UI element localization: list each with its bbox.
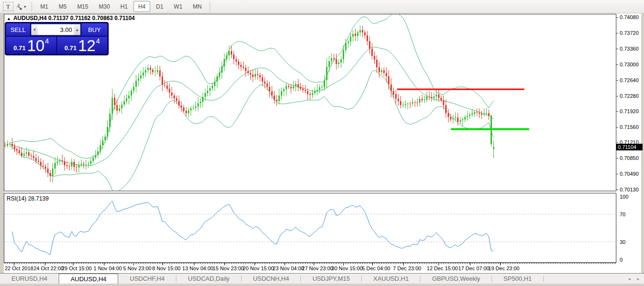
volume-input[interactable] <box>38 24 74 35</box>
panel-toggle-icon[interactable]: ▲ <box>7 16 11 21</box>
time-axis-label: 5 Dec 04:00 <box>362 265 390 271</box>
volume-stepper: ▼ ▲ <box>31 24 81 35</box>
price-tick <box>616 174 618 174</box>
chart-tab-bar: EURUSD,H4AUDUSD,H4USDCHF,H4USDCAD,DailyU… <box>0 274 644 284</box>
buy-price-pip: 4 <box>96 37 100 45</box>
text-tool-button[interactable]: T <box>3 2 13 11</box>
tab-eurusd-h4[interactable]: EURUSD,H4 <box>0 274 59 284</box>
price-axis-label: 0.71560 <box>620 124 639 130</box>
timeframe-toolbar: M1M5M15M30H1H4D1W1MN <box>35 1 207 12</box>
time-axis-label: 7 Dec 23:00 <box>393 265 421 271</box>
time-axis-label: 13 Nov 04:00 <box>182 265 213 271</box>
time-axis-label: 27 Nov 23:00 <box>302 265 333 271</box>
tab-usdcnh-h4[interactable]: USDCNH,H4 <box>242 274 301 284</box>
time-axis-label: 23 Nov 04:00 <box>273 265 304 271</box>
time-axis-label: 29 Oct 15:00 <box>62 265 92 271</box>
price-tick <box>616 142 618 143</box>
toolbar-separator <box>210 1 210 12</box>
time-axis-label: 20 Nov 15:00 <box>243 265 274 271</box>
price-tick <box>616 33 618 33</box>
price-axis-label: 0.71210 <box>620 139 639 145</box>
price-axis-label: 0.73000 <box>620 62 639 67</box>
rsi-indicator-pane[interactable] <box>4 193 616 263</box>
price-tick <box>616 96 618 96</box>
time-axis-label: 8 Nov 15:00 <box>152 265 180 271</box>
sell-price-big: 10 <box>27 39 45 53</box>
time-axis-label: 1 Nov 04:00 <box>93 265 122 271</box>
timeframe-button-w1[interactable]: W1 <box>169 1 187 12</box>
tab-xauusd-h1[interactable]: XAUUSD,H1 <box>362 274 420 284</box>
time-axis-label: 19 Dec 23:00 <box>488 265 519 271</box>
time-axis-label: 24 Oct 22:00 <box>34 265 64 271</box>
timeframe-button-m30[interactable]: M30 <box>94 1 114 12</box>
time-axis-label: 22 Oct 2018 <box>5 265 33 271</box>
tab-gbpusd-weekly[interactable]: GBPUSD,Weekly <box>420 274 491 284</box>
rsi-pane-frame <box>4 193 616 263</box>
chart-symbol-title: ▲AUDUSD,H4 0.71137 0.71162 0.70863 0.711… <box>7 15 135 21</box>
tab-usdcad-daily[interactable]: USDCAD,Daily <box>176 274 241 284</box>
tab-usdchf-h4[interactable]: USDCHF,H4 <box>118 274 176 284</box>
window-bottom-strip <box>0 284 644 286</box>
price-axis-label: 0.70850 <box>620 155 639 161</box>
rsi-axis-label: 100 <box>620 194 628 200</box>
chevron-down-icon[interactable]: ▾ <box>24 4 26 9</box>
timeframe-button-d1[interactable]: D1 <box>151 1 168 12</box>
price-axis-label: 0.72640 <box>620 77 639 83</box>
price-axis-label: 0.74080 <box>620 14 639 20</box>
buy-price-big: 12 <box>78 39 96 53</box>
buy-quote[interactable]: 0.71 12 4 <box>57 37 107 54</box>
sell-price-prefix: 0.71 <box>13 44 25 52</box>
price-tick <box>616 64 618 65</box>
timeframe-button-h1[interactable]: H1 <box>116 1 133 12</box>
timeframe-button-m1[interactable]: M1 <box>36 1 53 12</box>
buy-price-prefix: 0.71 <box>64 44 76 52</box>
price-axis-label: 0.71920 <box>620 108 639 114</box>
price-tick <box>616 17 618 18</box>
time-axis-label: 15 Nov 23:00 <box>213 265 244 271</box>
price-tick <box>616 80 618 81</box>
volume-increase-button[interactable]: ▲ <box>74 24 80 35</box>
tab-separator <box>543 276 544 282</box>
price-tick <box>616 158 618 159</box>
rsi-axis-label: 70 <box>620 212 625 217</box>
volume-decrease-button[interactable]: ▼ <box>31 24 38 35</box>
tab-usdjpy-m15[interactable]: USDJPY,M15 <box>301 274 361 284</box>
price-axis-label: 0.73720 <box>620 30 639 36</box>
sell-price-pip: 4 <box>45 37 49 45</box>
toolbar-grip <box>31 2 32 11</box>
price-tick <box>616 49 618 49</box>
tab-audusd-h4[interactable]: AUDUSD,H4 <box>59 274 118 284</box>
tab-sp500-h1[interactable]: SP500,H1 <box>492 274 543 284</box>
price-tick <box>616 190 618 190</box>
timeframe-button-mn[interactable]: MN <box>188 1 207 12</box>
price-axis-label: 0.70130 <box>620 187 639 192</box>
rsi-title: RSI(14) 28.7139 <box>7 195 49 202</box>
price-axis-label: 0.70490 <box>620 171 639 177</box>
rsi-axis-label: 0 <box>620 257 623 263</box>
timeframe-button-m5[interactable]: M5 <box>54 1 72 12</box>
time-axis-label: 12 Dec 15:00 <box>427 265 458 271</box>
rsi-axis-label: 30 <box>620 239 625 245</box>
minor-ticks <box>5 263 615 264</box>
time-axis-label: 5 Nov 23:00 <box>123 265 151 271</box>
price-tick <box>616 111 618 112</box>
time-axis-label: 17 Dec 07:00 <box>458 265 489 271</box>
sell-button[interactable]: SELL <box>6 23 30 36</box>
price-axis-label: 0.72280 <box>620 93 639 99</box>
price-axis-label: 0.73360 <box>620 46 639 52</box>
time-axis-label: 30 Nov 15:00 <box>331 265 362 271</box>
buy-button[interactable]: BUY <box>82 23 107 36</box>
timeframe-button-m15[interactable]: M15 <box>72 1 93 12</box>
price-tick <box>616 127 618 127</box>
one-click-trading-panel: SELL ▼ ▲ BUY 0.71 10 4 0.71 12 4 <box>5 22 109 55</box>
arrows-icon <box>15 3 23 11</box>
sell-quote[interactable]: 0.71 10 4 <box>6 37 56 54</box>
toolbar: T ▾ M1M5M15M30H1H4D1W1MN <box>0 0 644 13</box>
arrows-tool-button[interactable]: ▾ <box>15 2 26 11</box>
timeframe-button-h4[interactable]: H4 <box>133 1 150 12</box>
tab-scroll-right-icon[interactable]: ▸ <box>637 276 639 281</box>
mt4-window: T ▾ M1M5M15M30H1H4D1W1MN ▲AUDUSD,H4 0.71… <box>0 0 644 286</box>
tab-scroll-left-icon[interactable]: ◂ <box>628 276 631 281</box>
